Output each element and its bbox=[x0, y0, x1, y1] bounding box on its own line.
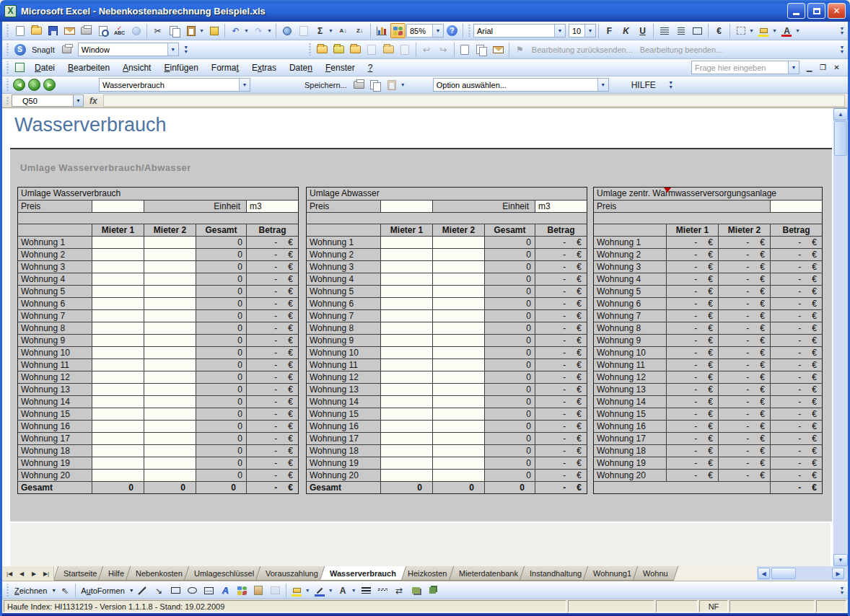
cell[interactable]: -€ bbox=[666, 432, 718, 444]
cell[interactable]: Wohnung 13 bbox=[594, 383, 666, 395]
cell[interactable]: 0 bbox=[484, 322, 535, 334]
cell[interactable] bbox=[144, 383, 196, 395]
cell[interactable]: Wohnung 5 bbox=[307, 285, 380, 297]
cell[interactable] bbox=[380, 408, 432, 420]
line-style-icon[interactable] bbox=[359, 583, 374, 598]
cell[interactable]: Wohnung 10 bbox=[594, 346, 666, 358]
cell[interactable] bbox=[144, 395, 196, 408]
cell[interactable]: -€ bbox=[535, 420, 587, 432]
toolbar-options-icon[interactable]: ▼▼ bbox=[838, 586, 846, 595]
cell[interactable]: Wohnung 6 bbox=[594, 297, 666, 309]
task-icon[interactable] bbox=[457, 42, 473, 57]
cell[interactable]: -€ bbox=[770, 358, 822, 371]
formula-input[interactable] bbox=[103, 94, 845, 107]
cell[interactable]: Wohnung 5 bbox=[18, 285, 92, 297]
toolbar-options-icon[interactable]: ▼▼ bbox=[182, 45, 190, 54]
cell[interactable]: Wohnung 12 bbox=[594, 371, 666, 383]
cell[interactable] bbox=[380, 469, 432, 481]
cell[interactable]: Wohnung 2 bbox=[307, 248, 380, 260]
cell[interactable]: -€ bbox=[666, 469, 718, 481]
cell[interactable]: 0 bbox=[196, 285, 246, 297]
save-version-icon[interactable] bbox=[331, 42, 346, 57]
cell[interactable]: Gesamt bbox=[484, 224, 535, 236]
cell[interactable] bbox=[92, 260, 144, 273]
cell[interactable]: -€ bbox=[246, 383, 298, 395]
cell[interactable]: Wohnung 19 bbox=[594, 457, 666, 469]
cell[interactable] bbox=[432, 322, 484, 334]
reply-icon[interactable]: ↩ bbox=[419, 42, 434, 57]
cell[interactable]: Wohnung 16 bbox=[594, 420, 666, 432]
cell[interactable]: Wohnung 10 bbox=[307, 346, 380, 358]
cell[interactable]: Wohnung 16 bbox=[307, 420, 380, 432]
cell[interactable]: 0 bbox=[484, 273, 535, 285]
cell[interactable]: Mieter 2 bbox=[432, 224, 484, 236]
snagit-capture-icon[interactable] bbox=[59, 42, 74, 57]
cell[interactable]: Wohnung 5 bbox=[594, 285, 666, 297]
cell[interactable]: 0 bbox=[196, 371, 246, 383]
cell[interactable]: -€ bbox=[666, 346, 718, 358]
format-painter-icon[interactable] bbox=[206, 23, 222, 38]
print-icon[interactable] bbox=[351, 77, 367, 92]
maximize-button[interactable] bbox=[807, 3, 825, 19]
cell[interactable]: 0 bbox=[196, 236, 246, 248]
cell[interactable]: -€ bbox=[246, 273, 298, 285]
cell[interactable]: -€ bbox=[718, 260, 770, 273]
horizontal-scrollbar[interactable]: ◀ ▶ bbox=[757, 566, 848, 581]
underline-icon[interactable]: U bbox=[635, 23, 650, 38]
cell[interactable]: Wohnung 7 bbox=[307, 309, 380, 322]
fill-color-dropdown-icon[interactable]: ▼ bbox=[304, 583, 312, 598]
cell[interactable]: -€ bbox=[718, 358, 770, 371]
cell[interactable] bbox=[432, 260, 484, 273]
cell[interactable]: 0 bbox=[484, 260, 535, 273]
cell[interactable]: Wohnung 9 bbox=[594, 334, 666, 346]
cell[interactable]: -€ bbox=[535, 444, 587, 457]
cell[interactable]: Wohnung 18 bbox=[594, 444, 666, 457]
folder-options-icon[interactable] bbox=[381, 42, 396, 57]
sort-ascending-icon[interactable]: A↓ bbox=[336, 23, 351, 38]
sheet-tab-mieterdatenbank[interactable]: Mieterdatenbank bbox=[448, 566, 527, 581]
cell[interactable] bbox=[92, 309, 144, 322]
cell[interactable] bbox=[144, 285, 196, 297]
cell[interactable]: 0 bbox=[144, 481, 196, 493]
cell[interactable]: 0 bbox=[484, 469, 535, 481]
cell[interactable]: -€ bbox=[535, 260, 587, 273]
cell[interactable]: Einheit bbox=[432, 200, 535, 212]
workbook-minimize-icon[interactable]: ▁ bbox=[802, 62, 816, 74]
toolbar-handle[interactable] bbox=[6, 79, 9, 90]
cell[interactable]: -€ bbox=[535, 248, 587, 260]
cell[interactable]: Betrag bbox=[770, 224, 822, 236]
cell[interactable] bbox=[92, 297, 144, 309]
worksheet-area[interactable]: Wasserverbrauch Umlage Wasserverbrauch/A… bbox=[2, 108, 848, 566]
redo-dropdown-icon[interactable]: ▼ bbox=[266, 23, 273, 38]
cell[interactable] bbox=[144, 420, 196, 432]
toolbar-handle[interactable] bbox=[6, 61, 9, 73]
cell[interactable]: Betrag bbox=[535, 224, 587, 236]
cell[interactable]: -€ bbox=[770, 481, 822, 493]
cell[interactable] bbox=[432, 457, 484, 469]
cell[interactable]: -€ bbox=[770, 457, 822, 469]
borders-dropdown-icon[interactable]: ▼ bbox=[748, 23, 755, 38]
paste-icon[interactable] bbox=[385, 77, 400, 92]
cell[interactable] bbox=[380, 420, 432, 432]
cell[interactable]: 0 bbox=[484, 444, 535, 457]
cell[interactable] bbox=[380, 322, 432, 334]
cell[interactable]: 0 bbox=[196, 420, 246, 432]
cell[interactable]: Gesamt bbox=[196, 224, 246, 236]
cell[interactable] bbox=[380, 260, 432, 273]
cell[interactable] bbox=[432, 444, 484, 457]
autoformen-button[interactable]: AutoFormen bbox=[78, 586, 128, 595]
cell[interactable]: Wohnung 8 bbox=[307, 322, 380, 334]
cell[interactable]: 0 bbox=[196, 248, 246, 260]
cell[interactable]: -€ bbox=[770, 432, 822, 444]
cell[interactable] bbox=[432, 309, 484, 322]
question-box[interactable]: Frage hier eingeben ▼ bbox=[691, 61, 799, 74]
cell[interactable]: Wohnung 19 bbox=[307, 457, 380, 469]
menu-fenster[interactable]: Fenster bbox=[319, 61, 362, 75]
cell[interactable]: 0 bbox=[484, 457, 535, 469]
cell[interactable]: -€ bbox=[535, 273, 587, 285]
cell[interactable]: Wohnung 8 bbox=[594, 322, 666, 334]
cell[interactable]: 0 bbox=[432, 481, 484, 493]
toolbar-options-icon[interactable]: ▼▼ bbox=[838, 45, 846, 54]
cell[interactable]: -€ bbox=[718, 383, 770, 395]
cell[interactable]: -€ bbox=[535, 334, 587, 346]
